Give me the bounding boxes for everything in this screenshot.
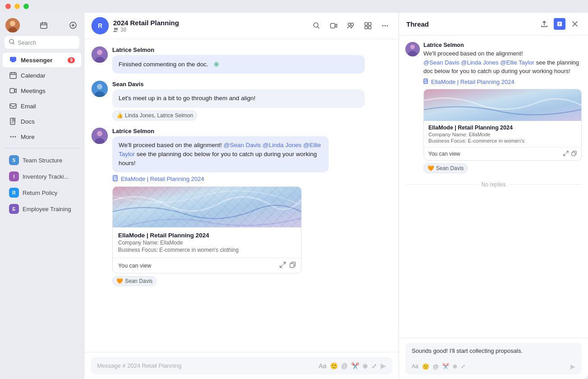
- add-icon[interactable]: [68, 20, 78, 31]
- thread-expand-doc-button[interactable]: [563, 150, 569, 157]
- plus-icon[interactable]: ⊕: [363, 362, 368, 370]
- meetings-label: Meetings: [21, 88, 46, 94]
- employee-training-label: Employee Training: [23, 206, 71, 213]
- docs-label: Docs: [21, 118, 35, 125]
- doc-card: EllaMode | Retail Planning 2024 Company …: [112, 186, 302, 273]
- thread-input-box[interactable]: Sounds good! I'll start collecting propo…: [405, 343, 582, 374]
- svg-point-34: [97, 84, 102, 89]
- doc-reaction-bar: 🧡 Sean Davis: [112, 276, 391, 286]
- svg-rect-40: [113, 187, 301, 227]
- sidebar-item-employee-training[interactable]: E Employee Training: [3, 201, 81, 217]
- maximize-button[interactable]: [23, 4, 29, 9]
- thread-font-icon[interactable]: Aa: [412, 363, 418, 370]
- divider-line: [405, 184, 478, 185]
- doc-card-title: EllaMode | Retail Planning 2024: [118, 232, 296, 239]
- svg-rect-7: [10, 73, 16, 79]
- thread-title: Thread: [406, 20, 535, 28]
- sidebar-item-return-policy[interactable]: R Return Policy: [3, 185, 81, 200]
- svg-rect-23: [365, 23, 368, 25]
- thread-upload-button[interactable]: [538, 18, 550, 30]
- members-header-button[interactable]: [345, 19, 357, 32]
- doc-link[interactable]: EllaMode | Retail Planning 2024: [112, 175, 391, 183]
- search-box[interactable]: Search: [5, 36, 79, 49]
- font-icon[interactable]: Aa: [319, 362, 326, 370]
- thread-message-content: Latrice Selmon We'll proceed based on th…: [423, 42, 582, 173]
- emoji-icon[interactable]: 🙂: [330, 362, 338, 370]
- svg-rect-24: [368, 23, 371, 25]
- messenger-badge: 9: [68, 57, 75, 63]
- minimize-button[interactable]: [14, 4, 20, 9]
- sidebar-item-calendar[interactable]: Calendar: [3, 68, 81, 83]
- copy-doc-button[interactable]: [289, 262, 296, 269]
- thread-doc-link-text: EllaMode | Retail Planning 2024: [431, 79, 514, 85]
- video-header-button[interactable]: [327, 19, 340, 32]
- thread-doc-company: Company Name: EllaMode: [428, 132, 577, 137]
- svg-point-22: [351, 23, 354, 26]
- thread-plus-icon[interactable]: ⊕: [453, 363, 457, 370]
- team-structure-label: Team Structure: [23, 157, 62, 164]
- thread-mention-icon[interactable]: @: [433, 363, 439, 370]
- message-input-box[interactable]: Message # 2024 Retail Planning Aa 🙂 @ ✂️…: [91, 357, 392, 374]
- message-author: Latrice Selmon: [112, 128, 154, 134]
- send-button[interactable]: ▶: [381, 361, 386, 370]
- svg-point-21: [348, 23, 351, 26]
- thread-input-actions: Aa 🙂 @ ✂️ ⊕ ⤢ ▶: [412, 363, 575, 370]
- svg-point-1: [10, 21, 15, 26]
- scissors-icon[interactable]: ✂️: [351, 362, 359, 370]
- messages-area: Latrice Selmon Finished commenting on th…: [84, 39, 399, 352]
- sidebar-item-more[interactable]: More: [3, 129, 81, 144]
- doc-reaction-button[interactable]: 🧡 Sean Davis: [112, 276, 156, 286]
- header-actions: [310, 19, 391, 32]
- svg-point-31: [97, 50, 102, 55]
- sidebar-item-team-structure[interactable]: S Team Structure: [3, 153, 81, 168]
- sidebar-item-email[interactable]: Email: [3, 99, 81, 113]
- more-label: More: [21, 134, 35, 140]
- thread-expand-icon[interactable]: ⤢: [461, 363, 465, 370]
- thread-close-button[interactable]: [569, 18, 581, 30]
- email-label: Email: [21, 103, 36, 110]
- message-header: Latrice Selmon: [112, 128, 391, 134]
- divider-line: [510, 184, 582, 185]
- calendar-icon[interactable]: [38, 20, 49, 31]
- thread-mentions: @Sean Davis @Linda Jones @Ellie Taylor: [423, 59, 534, 66]
- thread-doc-focus: Business Focus: E-commerce in women's: [428, 138, 577, 143]
- search-header-button[interactable]: [310, 19, 323, 32]
- thread-reaction-emoji: 🧡: [427, 165, 434, 171]
- svg-point-18: [116, 28, 118, 30]
- thread-message-text: We'll proceed based on the alignment! @S…: [423, 49, 582, 76]
- close-button[interactable]: [5, 4, 11, 9]
- thread-scissors-icon[interactable]: ✂️: [442, 363, 449, 370]
- chat-header: R 2024 Retail Planning 38: [84, 13, 399, 39]
- expand-icon[interactable]: ⤢: [372, 362, 377, 370]
- expand-doc-button[interactable]: [280, 262, 286, 269]
- avatar: [92, 81, 108, 97]
- svg-rect-25: [365, 26, 368, 29]
- thread-reaction-button[interactable]: 🧡 Sean Davis: [423, 163, 468, 173]
- avatar: [405, 42, 420, 56]
- mention-icon[interactable]: @: [341, 362, 348, 370]
- sidebar-item-docs[interactable]: Docs: [3, 114, 81, 129]
- thread-copy-doc-button[interactable]: [571, 150, 577, 157]
- thread-emoji-icon[interactable]: 🙂: [422, 363, 429, 370]
- svg-rect-11: [13, 118, 15, 120]
- reaction-button[interactable]: 👍 Linda Jones, Latrice Selmon: [112, 111, 197, 120]
- thread-pin-button[interactable]: [554, 18, 565, 30]
- sidebar-item-messenger[interactable]: Messenger 9: [3, 53, 81, 67]
- thread-panel: Thread: [399, 13, 588, 379]
- member-count: 38: [120, 27, 126, 33]
- grid-header-button[interactable]: [362, 19, 374, 32]
- no-replies-label: No replies: [481, 181, 505, 188]
- message-input-placeholder: Message # 2024 Retail Planning: [97, 362, 315, 369]
- avatar[interactable]: [5, 18, 20, 32]
- sidebar-item-inventory[interactable]: I Inventory Tracki...: [3, 169, 81, 184]
- svg-rect-8: [10, 88, 14, 93]
- thread-doc-link[interactable]: EllaMode | Retail Planning 2024: [423, 79, 582, 85]
- message-row: Sean Davis Let's meet up in a bit to go …: [92, 81, 391, 120]
- thread-send-button[interactable]: ▶: [570, 363, 575, 370]
- thread-doc-body: EllaMode | Retail Planning 2024 Company …: [424, 121, 581, 147]
- channel-meta: 38: [113, 27, 306, 33]
- thread-input-text: Sounds good! I'll start collecting propo…: [412, 347, 575, 359]
- more-header-button[interactable]: [379, 19, 391, 32]
- sidebar-item-meetings[interactable]: Meetings: [3, 83, 81, 98]
- svg-point-13: [13, 136, 14, 138]
